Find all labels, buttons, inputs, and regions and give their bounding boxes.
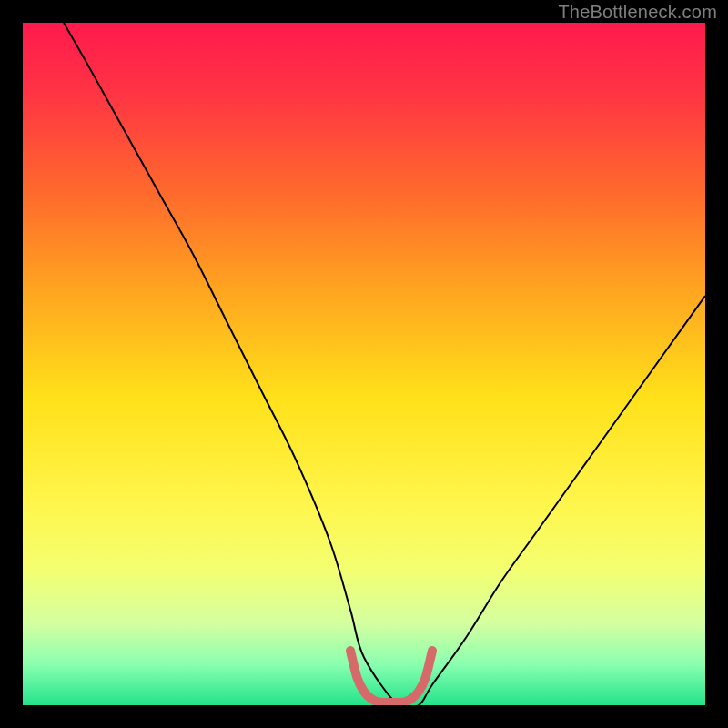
optimal-range-marker [350, 651, 432, 703]
attribution-text: TheBottleneck.com [558, 2, 717, 23]
chart-frame: TheBottleneck.com [0, 0, 728, 728]
bottleneck-curve [64, 23, 705, 705]
curve-layer [23, 23, 705, 705]
plot-area [23, 23, 705, 705]
